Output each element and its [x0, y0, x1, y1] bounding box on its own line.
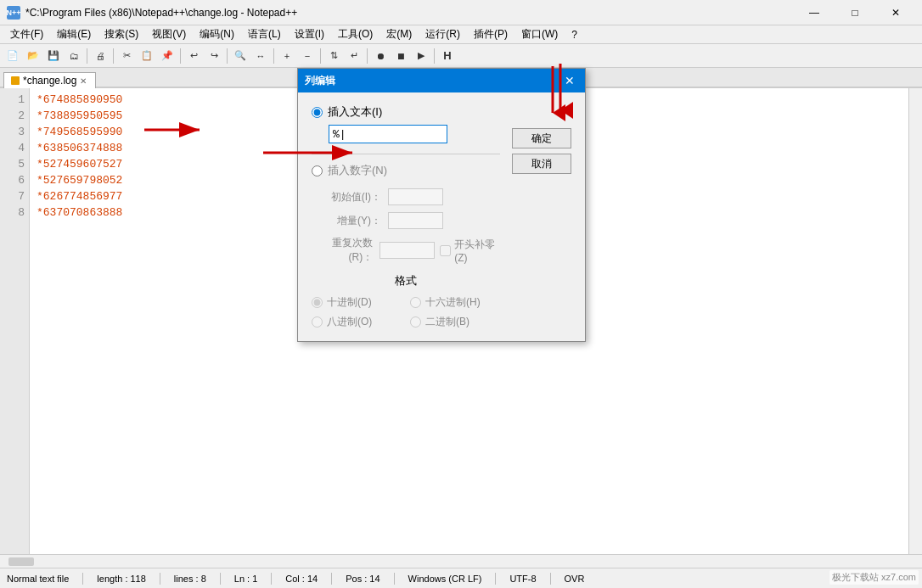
repeat-label: 重复次数(R)： — [312, 236, 379, 265]
initial-value-row: 初始值(I)： — [312, 188, 500, 205]
confirm-button[interactable]: 确定 — [512, 128, 571, 148]
insert-number-radio[interactable] — [312, 165, 323, 176]
octal-radio[interactable] — [312, 316, 323, 328]
section-divider — [312, 154, 500, 154]
dialog-body: 插入文本(I) 插入数字(N) 初始值(I)： 增量(Y)： — [298, 92, 585, 341]
octal-label[interactable]: 八进制(O) — [312, 315, 402, 329]
format-section: 格式 十进制(D) 十六进制(H) 八进制(O) — [312, 273, 500, 329]
insert-text-group: 插入文本(I) — [312, 104, 500, 143]
binary-label[interactable]: 二进制(B) — [410, 315, 500, 329]
increment-row: 增量(Y)： — [312, 212, 500, 229]
decimal-radio[interactable] — [312, 297, 323, 308]
decimal-label[interactable]: 十进制(D) — [312, 295, 402, 310]
binary-radio[interactable] — [410, 316, 421, 328]
column-editor-dialog: 列编辑 ✕ 插入文本(I) 插入数字(N) — [297, 68, 586, 342]
increment-label: 增量(Y)： — [312, 214, 388, 228]
initial-value-input[interactable] — [388, 188, 443, 205]
dialog-close-button[interactable]: ✕ — [561, 72, 578, 89]
format-radios: 十进制(D) 十六进制(H) 八进制(O) 二进制(B) — [312, 295, 500, 329]
insert-number-label[interactable]: 插入数字(N) — [312, 163, 500, 178]
leading-zero-checkbox[interactable] — [440, 245, 451, 256]
dialog-titlebar: 列编辑 ✕ — [298, 69, 585, 92]
increment-input[interactable] — [388, 212, 443, 229]
hex-radio[interactable] — [410, 297, 421, 308]
leading-zero-checkbox-label[interactable]: 开头补零(Z) — [440, 238, 500, 264]
initial-value-label: 初始值(I)： — [312, 190, 388, 204]
modal-overlay: 列编辑 ✕ 插入文本(I) 插入数字(N) — [0, 0, 922, 588]
insert-text-field[interactable] — [329, 125, 447, 143]
hex-label[interactable]: 十六进制(H) — [410, 295, 500, 310]
text-input-row — [329, 125, 500, 143]
arrow-left-indicator — [144, 117, 212, 145]
insert-text-label[interactable]: 插入文本(I) — [312, 104, 500, 120]
cancel-button[interactable]: 取消 — [512, 154, 571, 174]
dialog-title: 列编辑 — [305, 74, 335, 88]
insert-text-radio[interactable] — [312, 107, 323, 118]
repeat-input[interactable] — [379, 242, 435, 259]
format-title: 格式 — [312, 273, 500, 288]
repeat-row: 重复次数(R)： 开头补零(Z) — [312, 236, 500, 265]
insert-number-group: 插入数字(N) — [312, 163, 500, 178]
dialog-buttons: 确定 取消 — [512, 128, 571, 174]
